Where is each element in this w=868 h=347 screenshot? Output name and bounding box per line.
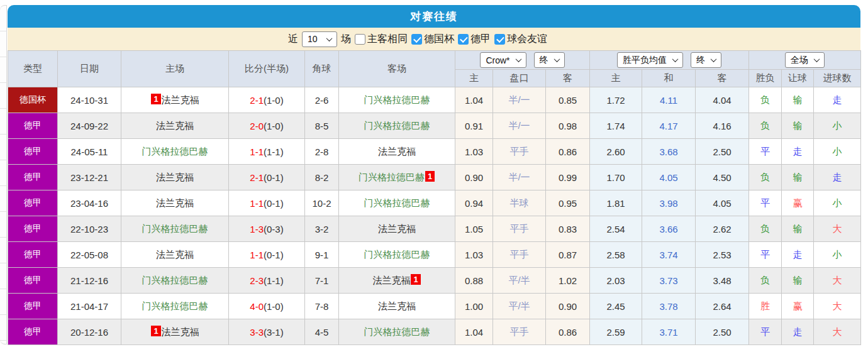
match-row: 德甲22-10-23门兴格拉德巴赫1-3(0-3)3-2法兰克福1.05平手0.… bbox=[8, 216, 861, 242]
handicap-line: 平手 bbox=[510, 326, 529, 337]
avg-home-odds: 2.58 bbox=[606, 250, 625, 260]
handicap-home-odds: 1.04 bbox=[465, 95, 483, 106]
result-handicap-text: 走 bbox=[793, 249, 803, 260]
avg-home-odds: 2.45 bbox=[606, 301, 625, 312]
type-cell: 德甲 bbox=[8, 242, 58, 268]
result-handicap-cell: 输 bbox=[782, 165, 814, 190]
home-team-name[interactable]: 门兴格拉德巴赫 bbox=[142, 300, 208, 311]
avg-home-odds: 2.60 bbox=[606, 146, 625, 157]
corners-cell: 2-8 bbox=[305, 139, 339, 165]
away-team-cell: 门兴格拉德巴赫 bbox=[339, 242, 455, 268]
avg-home-cell: 2.45 bbox=[590, 294, 642, 319]
away-team-name[interactable]: 门兴格拉德巴赫 bbox=[364, 197, 430, 208]
avg-away-cell: 4.16 bbox=[696, 113, 749, 139]
corners-cell: 2-6 bbox=[305, 87, 339, 113]
away-team-name[interactable]: 门兴格拉德巴赫 bbox=[364, 120, 430, 131]
match-date: 21-04-17 bbox=[70, 301, 108, 312]
col-header-away: 客场 bbox=[339, 51, 455, 87]
competition-label: 德甲 bbox=[24, 300, 42, 311]
handicap-line: 平/半 bbox=[508, 300, 530, 311]
avg-draw-cell: 3.66 bbox=[642, 216, 696, 242]
avg-away-odds: 4.50 bbox=[713, 172, 731, 183]
recent-count-select[interactable]: 10 bbox=[302, 31, 337, 47]
corners-value: 3-2 bbox=[315, 224, 329, 234]
head-to-head-widget: 对赛往绩 近 10 场 主客相同 德国杯 德甲 球会友谊 bbox=[8, 5, 860, 345]
date-cell: 23-12-21 bbox=[58, 165, 121, 190]
competition-filter-friendly[interactable]: 球会友谊 bbox=[494, 33, 547, 46]
home-team-name[interactable]: 门兴格拉德巴赫 bbox=[142, 275, 208, 285]
avg-home-cell: 2.03 bbox=[590, 268, 642, 294]
date-cell: 21-04-17 bbox=[58, 294, 121, 319]
fulltime-score: 1-1 bbox=[250, 198, 264, 209]
corners-value: 9-1 bbox=[315, 250, 329, 260]
halftime-score: (3-1) bbox=[264, 327, 284, 338]
away-team-name[interactable]: 法兰克福 bbox=[378, 146, 416, 157]
away-team-name[interactable]: 法兰克福 bbox=[372, 275, 410, 285]
avg-draw-odds: 3.71 bbox=[659, 327, 677, 338]
result-wdl-text: 胜 bbox=[760, 300, 770, 311]
result-goals-text: 小 bbox=[833, 197, 842, 208]
avg-home-odds: 1.74 bbox=[606, 121, 625, 131]
result-goals-cell: 走 bbox=[814, 165, 861, 190]
avg-draw-cell: 4.05 bbox=[642, 165, 696, 190]
odds-company-select[interactable]: Crow* bbox=[480, 52, 526, 68]
avg-time-select[interactable]: 终 bbox=[691, 52, 721, 68]
match-date: 20-12-16 bbox=[70, 327, 108, 338]
avg-home-cell: 2.60 bbox=[590, 139, 642, 165]
home-team-name[interactable]: 门兴格拉德巴赫 bbox=[142, 223, 208, 234]
home-team-name[interactable]: 法兰克福 bbox=[156, 197, 194, 208]
avg-home-odds: 2.03 bbox=[606, 275, 625, 286]
competition-filter-cup[interactable]: 德国杯 bbox=[411, 33, 454, 46]
home-team-name[interactable]: 法兰克福 bbox=[156, 249, 194, 260]
handicap-line-cell: 平手 bbox=[493, 319, 546, 345]
same-venue-filter[interactable]: 主客相同 bbox=[355, 33, 408, 46]
away-team-name[interactable]: 门兴格拉德巴赫 bbox=[364, 94, 430, 105]
result-goals-text: 大 bbox=[833, 300, 842, 311]
home-team-name[interactable]: 法兰克福 bbox=[162, 94, 199, 105]
away-team-name[interactable]: 法兰克福 bbox=[378, 223, 416, 234]
handicap-away-odds-cell: 1.02 bbox=[546, 268, 590, 294]
date-cell: 24-05-11 bbox=[58, 139, 121, 165]
halftime-score: (0-1) bbox=[264, 250, 284, 260]
scope-select[interactable]: 全场 bbox=[785, 52, 825, 68]
avg-draw-cell: 4.17 bbox=[642, 113, 696, 139]
home-team-name[interactable]: 法兰克福 bbox=[156, 172, 194, 182]
red-card-badge: 1 bbox=[425, 171, 435, 182]
halftime-score: (0-1) bbox=[264, 198, 284, 209]
handicap-home-odds: 1.04 bbox=[465, 327, 483, 338]
score-cell: 2-0(1-0) bbox=[229, 113, 305, 139]
odds-time-select[interactable]: 终 bbox=[534, 52, 565, 68]
result-handicap-text: 赢 bbox=[793, 197, 803, 208]
chevron-down-icon bbox=[814, 56, 820, 62]
handicap-line: 半/一 bbox=[508, 172, 530, 182]
result-goals-cell: 走 bbox=[814, 87, 861, 113]
league-checkbox[interactable] bbox=[458, 34, 469, 45]
away-team-name[interactable]: 门兴格拉德巴赫 bbox=[359, 172, 425, 182]
competition-filter-league[interactable]: 德甲 bbox=[458, 33, 491, 46]
score-cell: 2-3(1-1) bbox=[229, 268, 305, 294]
avg-odds-select[interactable]: 胜平负均值 bbox=[617, 52, 683, 68]
match-row: 德甲22-05-08法兰克福1-1(0-1)9-1门兴格拉德巴赫1.03平手0.… bbox=[8, 242, 861, 268]
result-goals-cell: 小 bbox=[814, 242, 861, 268]
home-team-name[interactable]: 法兰克福 bbox=[162, 326, 199, 337]
result-wdl-text: 负 bbox=[760, 94, 770, 105]
home-team-name[interactable]: 法兰克福 bbox=[156, 120, 194, 131]
handicap-line-cell: 平手 bbox=[493, 216, 546, 242]
away-team-name[interactable]: 法兰克福 bbox=[378, 300, 416, 311]
handicap-home-odds-cell: 0.88 bbox=[455, 268, 493, 294]
subheader-result-goals: 进球数 bbox=[814, 70, 861, 87]
cup-checkbox[interactable] bbox=[411, 34, 422, 45]
competition-label: 德甲 bbox=[24, 146, 42, 156]
home-team-cell: 法兰克福 bbox=[121, 165, 229, 190]
games-label: 场 bbox=[341, 33, 351, 46]
away-team-name[interactable]: 门兴格拉德巴赫 bbox=[364, 326, 430, 337]
same-venue-checkbox[interactable] bbox=[355, 34, 365, 45]
friendly-checkbox[interactable] bbox=[494, 34, 505, 45]
corners-value: 7-8 bbox=[315, 301, 329, 312]
home-team-name[interactable]: 门兴格拉德巴赫 bbox=[142, 146, 208, 157]
result-handicap-text: 走 bbox=[793, 146, 803, 157]
handicap-line-cell: 半/一 bbox=[493, 87, 546, 113]
handicap-line-cell: 平手 bbox=[493, 242, 546, 268]
away-team-name[interactable]: 门兴格拉德巴赫 bbox=[364, 249, 430, 260]
result-wdl-text: 平 bbox=[760, 249, 770, 260]
